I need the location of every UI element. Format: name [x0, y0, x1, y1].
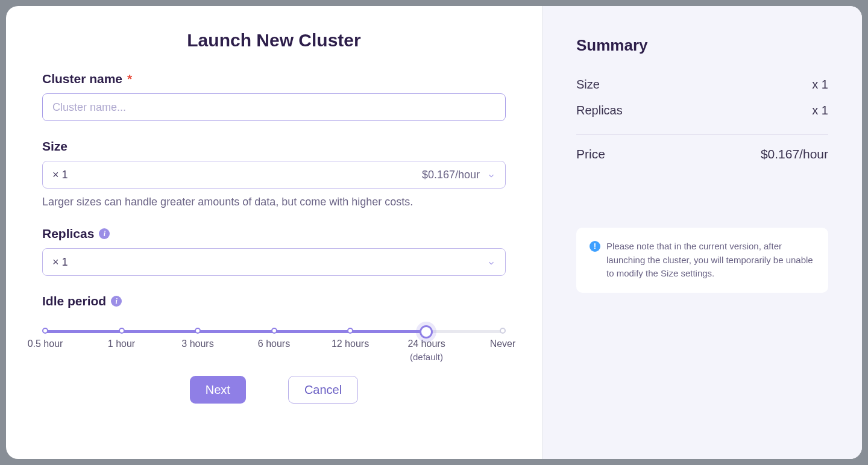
slider-tick-dot [119, 328, 125, 334]
slider-tick-dot [271, 328, 277, 334]
summary-price-row: Price $0.167/hour [576, 141, 828, 167]
action-buttons: Next Cancel [42, 376, 506, 404]
slider-tick-dot [42, 328, 48, 334]
slider-tick-dot [195, 328, 201, 334]
cancel-button[interactable]: Cancel [288, 376, 358, 404]
slider-tick[interactable]: 12 hours [347, 328, 353, 334]
slider-tick-label: 3 hours [181, 339, 213, 349]
slider-tick-label: 24 hours [407, 339, 445, 349]
slider-tick[interactable]: 0.5 hour [42, 328, 48, 334]
replicas-value: × 1 [52, 256, 68, 269]
summary-replicas-row: Replicas x 1 [576, 98, 828, 123]
summary-size-row: Size x 1 [576, 72, 828, 98]
slider-tick-label: Never [490, 339, 516, 349]
alert-icon: ! [590, 241, 600, 252]
info-icon[interactable]: i [99, 228, 110, 239]
cluster-name-field: Cluster name * [42, 72, 506, 121]
slider-tick-label: 12 hours [332, 339, 369, 349]
replicas-label: Replicas i [42, 226, 506, 241]
slider-tick[interactable]: 6 hours [271, 328, 277, 334]
modal-title: Launch New Cluster [42, 30, 506, 51]
summary-title: Summary [576, 36, 828, 55]
size-value: × 1 [52, 169, 68, 181]
idle-period-label: Idle period i [42, 294, 506, 308]
summary-panel: Summary Size x 1 Replicas x 1 Price $0.1… [542, 6, 862, 459]
idle-period-field: Idle period i 0.5 hour1 hour3 hours6 hou… [42, 294, 506, 364]
size-label: Size [42, 139, 506, 154]
note-box: ! Please note that in the current versio… [576, 228, 828, 293]
slider-default-sub: (default) [410, 352, 443, 362]
size-field: Size × 1 $0.167/hour Larger sizes can ha… [42, 139, 506, 208]
slider-handle[interactable] [420, 325, 433, 339]
slider-tick-label: 6 hours [258, 339, 290, 349]
cluster-name-input[interactable] [42, 93, 506, 121]
summary-divider [576, 134, 828, 135]
launch-cluster-modal: Launch New Cluster Cluster name * Size ×… [6, 6, 862, 459]
slider-tick[interactable]: 1 hour [119, 328, 125, 334]
slider-tick[interactable]: Never [500, 328, 506, 334]
note-text: Please note that in the current version,… [606, 240, 815, 281]
info-icon[interactable]: i [111, 296, 122, 307]
required-asterisk: * [127, 72, 132, 86]
size-select[interactable]: × 1 $0.167/hour [42, 161, 506, 189]
replicas-field: Replicas i × 1 [42, 226, 506, 276]
slider-ticks: 0.5 hour1 hour3 hours6 hours12 hours24 h… [42, 328, 506, 334]
slider-tick-dot [347, 328, 353, 334]
form-panel: Launch New Cluster Cluster name * Size ×… [6, 6, 542, 459]
replicas-select[interactable]: × 1 [42, 248, 506, 276]
chevron-down-icon [487, 258, 495, 266]
idle-period-slider[interactable]: 0.5 hour1 hour3 hours6 hours12 hours24 h… [42, 316, 506, 364]
slider-tick-dot [500, 328, 506, 334]
slider-tick-label: 1 hour [108, 339, 135, 349]
cluster-name-label: Cluster name * [42, 72, 506, 86]
size-price: $0.167/hour [422, 169, 480, 181]
size-helper: Larger sizes can handle greater amounts … [42, 196, 506, 208]
slider-tick-label: 0.5 hour [28, 339, 63, 349]
slider-tick[interactable]: 3 hours [195, 328, 201, 334]
next-button[interactable]: Next [190, 376, 246, 404]
chevron-down-icon [487, 170, 495, 179]
